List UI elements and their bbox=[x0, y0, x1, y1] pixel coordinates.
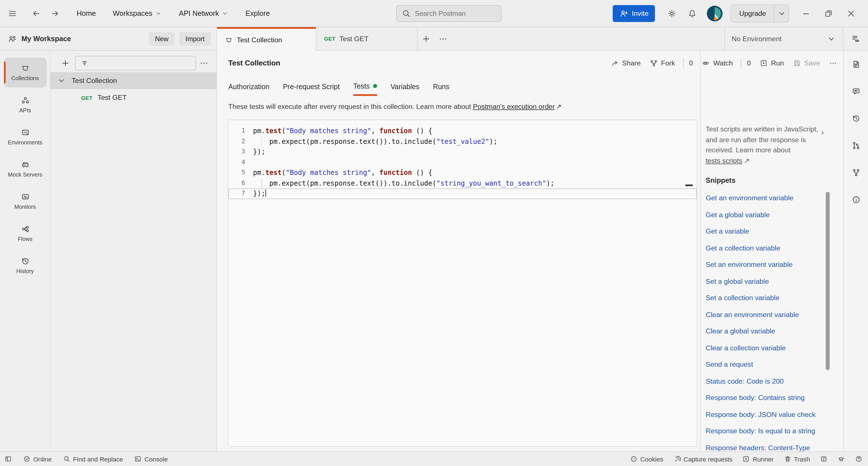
share-button[interactable]: Share bbox=[611, 59, 641, 67]
search-input[interactable] bbox=[415, 9, 488, 18]
workspace-name[interactable]: My Workspace bbox=[22, 35, 71, 42]
workspace-tab-test-collection[interactable]: Test Collection bbox=[217, 27, 316, 51]
find-and-replace-status-item[interactable]: Find and Replace bbox=[63, 455, 123, 463]
snippet-response-body-is-equal-to-a-string[interactable]: Response body: Is equal to a string bbox=[706, 423, 828, 440]
collections-icon bbox=[21, 64, 30, 73]
panes-status-item[interactable] bbox=[820, 455, 828, 463]
snippet-get-an-environment-variable[interactable]: Get an environment variable bbox=[706, 190, 828, 207]
collection-filter-input[interactable] bbox=[92, 59, 191, 67]
snippet-get-a-variable[interactable]: Get a variable bbox=[706, 224, 828, 240]
sidebar-item-environments[interactable]: Environments bbox=[0, 121, 50, 153]
cookies-status-item[interactable]: Cookies bbox=[630, 455, 663, 463]
postman-app-window: HomeWorkspacesAPI NetworkExplore Invite … bbox=[0, 0, 868, 466]
tree-item-request[interactable]: GET Test GET bbox=[50, 89, 216, 106]
upgrade-chevron-icon[interactable] bbox=[774, 5, 788, 22]
minimize-button[interactable] bbox=[795, 2, 817, 25]
settings-gear-icon[interactable] bbox=[664, 6, 680, 22]
runner-status-item[interactable]: Runner bbox=[743, 455, 774, 463]
tree-item-collection[interactable]: Test Collection bbox=[50, 72, 216, 89]
topnav-home[interactable]: Home bbox=[76, 9, 96, 18]
console-status-item[interactable]: Console bbox=[134, 455, 168, 463]
sidebar-item-mock-servers[interactable]: Mock Servers bbox=[0, 153, 50, 185]
snippet-get-a-global-variable[interactable]: Get a global variable bbox=[706, 207, 828, 224]
topnav-label: Home bbox=[76, 9, 96, 18]
info-icon[interactable] bbox=[844, 191, 868, 209]
upgrade-button[interactable]: Upgrade bbox=[731, 5, 774, 22]
code-line[interactable]: 1pm.test("Body matches string", function… bbox=[228, 126, 696, 136]
tests-code-editor[interactable]: 1pm.test("Body matches string", function… bbox=[228, 120, 697, 447]
documentation-icon[interactable] bbox=[844, 55, 868, 74]
online-status-item[interactable]: Online bbox=[23, 455, 52, 463]
snippet-response-body-contains-string[interactable]: Response body: Contains string bbox=[706, 390, 828, 406]
tab-tests[interactable]: Tests bbox=[353, 78, 377, 96]
snippet-clear-a-collection-variable[interactable]: Clear a collection variable bbox=[706, 340, 828, 356]
collection-filter[interactable] bbox=[75, 56, 196, 70]
topnav-api-network[interactable]: API Network bbox=[179, 9, 228, 18]
sidebar-more-button[interactable] bbox=[196, 56, 212, 70]
changelog-icon[interactable] bbox=[844, 110, 868, 127]
comment-icon[interactable] bbox=[844, 82, 868, 100]
tab-runs[interactable]: Runs bbox=[433, 78, 449, 96]
topnav-workspaces[interactable]: Workspaces bbox=[113, 9, 162, 18]
snippets-panel: Test scripts are written in JavaScript,a… bbox=[700, 51, 843, 451]
new-button[interactable]: New bbox=[149, 32, 175, 46]
code-line[interactable]: 3}); bbox=[228, 147, 696, 157]
code-line[interactable]: 5pm.test("Body matches string", function… bbox=[228, 168, 696, 178]
snippet-status-code-code-is-200[interactable]: Status code: Code is 200 bbox=[706, 373, 828, 390]
sidebar-item-apis[interactable]: APIs bbox=[0, 89, 50, 121]
avatar[interactable] bbox=[707, 6, 723, 22]
sidebar-item-collections[interactable]: Collections bbox=[0, 56, 50, 89]
upgrade-split-button[interactable]: Upgrade bbox=[731, 4, 789, 23]
fork-button[interactable]: Fork0 bbox=[650, 58, 693, 68]
sidebar-item-flows[interactable]: Flows bbox=[0, 217, 50, 250]
pull-request-icon[interactable] bbox=[844, 137, 868, 154]
snippet-response-body-json-value-check[interactable]: Response body: JSON value check bbox=[706, 406, 828, 423]
snippet-set-a-global-variable[interactable]: Set a global variable bbox=[706, 273, 828, 290]
topnav-explore[interactable]: Explore bbox=[245, 9, 270, 18]
code-line[interactable]: 7}); bbox=[228, 188, 696, 199]
snippet-response-headers-content-type-header-check[interactable]: Response headers: Content-Type header ch… bbox=[706, 440, 828, 451]
filter-icon bbox=[80, 59, 89, 68]
snippet-send-a-request[interactable]: Send a request bbox=[706, 356, 828, 373]
snippet-set-an-environment-variable[interactable]: Set an environment variable bbox=[706, 257, 828, 273]
sidebar-item-monitors[interactable]: Monitors bbox=[0, 185, 50, 217]
chevron-down-icon[interactable] bbox=[57, 76, 66, 85]
tab-pre-request-script[interactable]: Pre-request Script bbox=[283, 78, 340, 96]
code-line[interactable]: 6 pm.expect(pm.response.text()).to.inclu… bbox=[228, 178, 696, 188]
invite-button[interactable]: Invite bbox=[613, 5, 655, 22]
notifications-bell-icon[interactable] bbox=[685, 6, 700, 22]
environment-quick-look[interactable] bbox=[843, 27, 868, 50]
layout-status-item[interactable] bbox=[4, 455, 12, 463]
tab-options-button[interactable] bbox=[435, 27, 452, 50]
collapse-panel-chevron-icon[interactable]: › bbox=[821, 127, 824, 137]
close-button[interactable] bbox=[840, 2, 862, 25]
forward-arrow-icon[interactable] bbox=[48, 5, 63, 21]
environment-selector[interactable]: No Environment bbox=[724, 27, 843, 50]
add-collection-button[interactable] bbox=[58, 56, 73, 70]
global-search[interactable] bbox=[396, 5, 502, 22]
cap-status-item[interactable] bbox=[838, 455, 845, 463]
snippet-get-a-collection-variable[interactable]: Get a collection variable bbox=[706, 240, 828, 257]
workspace-tab-test-get[interactable]: GETTest GET bbox=[316, 27, 417, 50]
snippet-set-a-collection-variable[interactable]: Set a collection variable bbox=[706, 290, 828, 307]
fork2-icon[interactable] bbox=[844, 164, 868, 182]
snippets-scrollbar[interactable] bbox=[826, 192, 830, 370]
execution-order-link[interactable]: Postman's execution order bbox=[473, 103, 555, 111]
help-status-item[interactable] bbox=[855, 455, 862, 463]
tab-variables[interactable]: Variables bbox=[391, 78, 420, 96]
hamburger-menu-icon[interactable] bbox=[4, 5, 20, 21]
trash-status-item[interactable]: Trash bbox=[784, 455, 810, 463]
code-line[interactable]: 2 pm.expect(pm.response.text()).to.inclu… bbox=[228, 136, 696, 147]
snippet-clear-an-environment-variable[interactable]: Clear an environment variable bbox=[706, 307, 828, 323]
capture-requests-status-item[interactable]: Capture requests bbox=[674, 455, 733, 463]
indent-guide bbox=[261, 136, 262, 147]
restore-button[interactable] bbox=[817, 2, 840, 25]
tests-scripts-link[interactable]: tests scripts bbox=[706, 156, 742, 165]
snippet-clear-a-global-variable[interactable]: Clear a global variable bbox=[706, 323, 828, 340]
tab-authorization[interactable]: Authorization bbox=[228, 78, 270, 96]
open-new-tab-button[interactable] bbox=[417, 27, 435, 50]
sidebar-item-history[interactable]: History bbox=[0, 250, 50, 282]
import-button[interactable]: Import bbox=[179, 32, 211, 46]
back-arrow-icon[interactable] bbox=[28, 5, 44, 21]
code-line[interactable]: 4 bbox=[228, 157, 696, 168]
